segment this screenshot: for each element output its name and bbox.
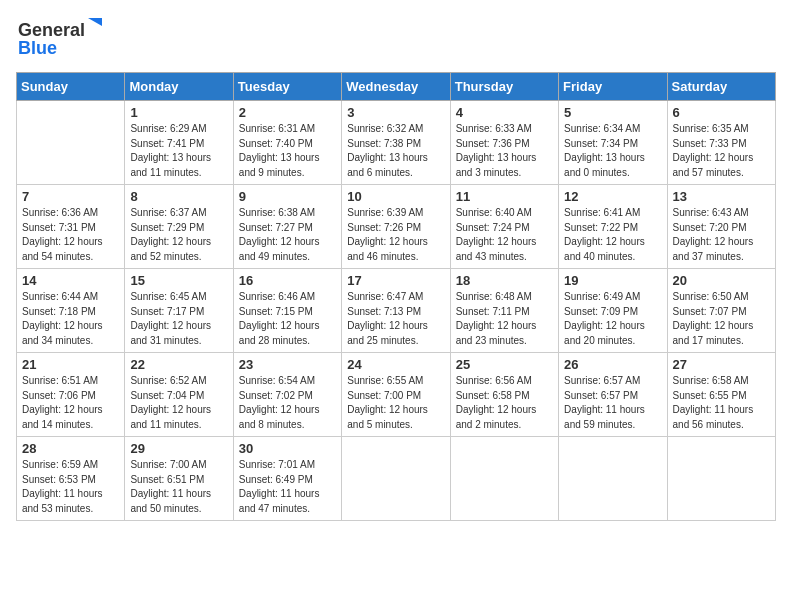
day-number: 28: [22, 441, 119, 456]
svg-marker-1: [88, 18, 102, 26]
calendar-cell: 7 Sunrise: 6:36 AMSunset: 7:31 PMDayligh…: [17, 185, 125, 269]
calendar-cell: 5 Sunrise: 6:34 AMSunset: 7:34 PMDayligh…: [559, 101, 667, 185]
calendar-cell: 9 Sunrise: 6:38 AMSunset: 7:27 PMDayligh…: [233, 185, 341, 269]
calendar-cell: 17 Sunrise: 6:47 AMSunset: 7:13 PMDaylig…: [342, 269, 450, 353]
day-number: 20: [673, 273, 770, 288]
cell-info: Sunrise: 6:57 AMSunset: 6:57 PMDaylight:…: [564, 374, 661, 432]
calendar-cell: 10 Sunrise: 6:39 AMSunset: 7:26 PMDaylig…: [342, 185, 450, 269]
day-number: 4: [456, 105, 553, 120]
cell-info: Sunrise: 6:51 AMSunset: 7:06 PMDaylight:…: [22, 374, 119, 432]
week-row-5: 28 Sunrise: 6:59 AMSunset: 6:53 PMDaylig…: [17, 437, 776, 521]
calendar-cell: 2 Sunrise: 6:31 AMSunset: 7:40 PMDayligh…: [233, 101, 341, 185]
cell-info: Sunrise: 6:56 AMSunset: 6:58 PMDaylight:…: [456, 374, 553, 432]
cell-info: Sunrise: 6:54 AMSunset: 7:02 PMDaylight:…: [239, 374, 336, 432]
weekday-header-saturday: Saturday: [667, 73, 775, 101]
calendar-cell: 28 Sunrise: 6:59 AMSunset: 6:53 PMDaylig…: [17, 437, 125, 521]
cell-info: Sunrise: 6:44 AMSunset: 7:18 PMDaylight:…: [22, 290, 119, 348]
day-number: 7: [22, 189, 119, 204]
cell-info: Sunrise: 6:43 AMSunset: 7:20 PMDaylight:…: [673, 206, 770, 264]
cell-info: Sunrise: 6:37 AMSunset: 7:29 PMDaylight:…: [130, 206, 227, 264]
day-number: 22: [130, 357, 227, 372]
day-number: 26: [564, 357, 661, 372]
calendar-cell: [450, 437, 558, 521]
weekday-header-wednesday: Wednesday: [342, 73, 450, 101]
cell-info: Sunrise: 6:32 AMSunset: 7:38 PMDaylight:…: [347, 122, 444, 180]
day-number: 21: [22, 357, 119, 372]
cell-info: Sunrise: 6:49 AMSunset: 7:09 PMDaylight:…: [564, 290, 661, 348]
calendar-cell: 6 Sunrise: 6:35 AMSunset: 7:33 PMDayligh…: [667, 101, 775, 185]
day-number: 14: [22, 273, 119, 288]
logo-svg: General Blue: [16, 16, 106, 60]
day-number: 10: [347, 189, 444, 204]
calendar-cell: [342, 437, 450, 521]
calendar-cell: 18 Sunrise: 6:48 AMSunset: 7:11 PMDaylig…: [450, 269, 558, 353]
calendar-cell: 23 Sunrise: 6:54 AMSunset: 7:02 PMDaylig…: [233, 353, 341, 437]
cell-info: Sunrise: 6:50 AMSunset: 7:07 PMDaylight:…: [673, 290, 770, 348]
cell-info: Sunrise: 6:36 AMSunset: 7:31 PMDaylight:…: [22, 206, 119, 264]
weekday-header-monday: Monday: [125, 73, 233, 101]
calendar-cell: 11 Sunrise: 6:40 AMSunset: 7:24 PMDaylig…: [450, 185, 558, 269]
calendar-cell: 22 Sunrise: 6:52 AMSunset: 7:04 PMDaylig…: [125, 353, 233, 437]
calendar-cell: 4 Sunrise: 6:33 AMSunset: 7:36 PMDayligh…: [450, 101, 558, 185]
logo: General Blue: [16, 16, 106, 60]
calendar-cell: 15 Sunrise: 6:45 AMSunset: 7:17 PMDaylig…: [125, 269, 233, 353]
day-number: 8: [130, 189, 227, 204]
calendar-cell: [667, 437, 775, 521]
cell-info: Sunrise: 6:35 AMSunset: 7:33 PMDaylight:…: [673, 122, 770, 180]
day-number: 24: [347, 357, 444, 372]
cell-info: Sunrise: 6:55 AMSunset: 7:00 PMDaylight:…: [347, 374, 444, 432]
calendar-table: SundayMondayTuesdayWednesdayThursdayFrid…: [16, 72, 776, 521]
calendar-cell: [559, 437, 667, 521]
day-number: 25: [456, 357, 553, 372]
calendar-cell: 30 Sunrise: 7:01 AMSunset: 6:49 PMDaylig…: [233, 437, 341, 521]
cell-info: Sunrise: 6:58 AMSunset: 6:55 PMDaylight:…: [673, 374, 770, 432]
day-number: 29: [130, 441, 227, 456]
day-number: 18: [456, 273, 553, 288]
weekday-header-friday: Friday: [559, 73, 667, 101]
cell-info: Sunrise: 6:46 AMSunset: 7:15 PMDaylight:…: [239, 290, 336, 348]
svg-text:Blue: Blue: [18, 38, 57, 58]
day-number: 17: [347, 273, 444, 288]
cell-info: Sunrise: 6:40 AMSunset: 7:24 PMDaylight:…: [456, 206, 553, 264]
day-number: 3: [347, 105, 444, 120]
page-header: General Blue: [16, 16, 776, 60]
day-number: 1: [130, 105, 227, 120]
day-number: 27: [673, 357, 770, 372]
day-number: 15: [130, 273, 227, 288]
cell-info: Sunrise: 6:29 AMSunset: 7:41 PMDaylight:…: [130, 122, 227, 180]
cell-info: Sunrise: 6:34 AMSunset: 7:34 PMDaylight:…: [564, 122, 661, 180]
cell-info: Sunrise: 6:48 AMSunset: 7:11 PMDaylight:…: [456, 290, 553, 348]
calendar-cell: 12 Sunrise: 6:41 AMSunset: 7:22 PMDaylig…: [559, 185, 667, 269]
cell-info: Sunrise: 6:33 AMSunset: 7:36 PMDaylight:…: [456, 122, 553, 180]
week-row-3: 14 Sunrise: 6:44 AMSunset: 7:18 PMDaylig…: [17, 269, 776, 353]
day-number: 16: [239, 273, 336, 288]
cell-info: Sunrise: 6:31 AMSunset: 7:40 PMDaylight:…: [239, 122, 336, 180]
day-number: 23: [239, 357, 336, 372]
calendar-cell: 29 Sunrise: 7:00 AMSunset: 6:51 PMDaylig…: [125, 437, 233, 521]
calendar-cell: 1 Sunrise: 6:29 AMSunset: 7:41 PMDayligh…: [125, 101, 233, 185]
calendar-cell: 16 Sunrise: 6:46 AMSunset: 7:15 PMDaylig…: [233, 269, 341, 353]
weekday-header-thursday: Thursday: [450, 73, 558, 101]
calendar-cell: 21 Sunrise: 6:51 AMSunset: 7:06 PMDaylig…: [17, 353, 125, 437]
cell-info: Sunrise: 6:52 AMSunset: 7:04 PMDaylight:…: [130, 374, 227, 432]
weekday-header-tuesday: Tuesday: [233, 73, 341, 101]
week-row-1: 1 Sunrise: 6:29 AMSunset: 7:41 PMDayligh…: [17, 101, 776, 185]
calendar-cell: 25 Sunrise: 6:56 AMSunset: 6:58 PMDaylig…: [450, 353, 558, 437]
day-number: 30: [239, 441, 336, 456]
cell-info: Sunrise: 6:38 AMSunset: 7:27 PMDaylight:…: [239, 206, 336, 264]
weekday-header-row: SundayMondayTuesdayWednesdayThursdayFrid…: [17, 73, 776, 101]
calendar-cell: 13 Sunrise: 6:43 AMSunset: 7:20 PMDaylig…: [667, 185, 775, 269]
calendar-cell: 20 Sunrise: 6:50 AMSunset: 7:07 PMDaylig…: [667, 269, 775, 353]
cell-info: Sunrise: 6:47 AMSunset: 7:13 PMDaylight:…: [347, 290, 444, 348]
calendar-cell: 19 Sunrise: 6:49 AMSunset: 7:09 PMDaylig…: [559, 269, 667, 353]
calendar-cell: 14 Sunrise: 6:44 AMSunset: 7:18 PMDaylig…: [17, 269, 125, 353]
calendar-cell: [17, 101, 125, 185]
day-number: 5: [564, 105, 661, 120]
week-row-4: 21 Sunrise: 6:51 AMSunset: 7:06 PMDaylig…: [17, 353, 776, 437]
cell-info: Sunrise: 7:00 AMSunset: 6:51 PMDaylight:…: [130, 458, 227, 516]
day-number: 13: [673, 189, 770, 204]
calendar-cell: 3 Sunrise: 6:32 AMSunset: 7:38 PMDayligh…: [342, 101, 450, 185]
cell-info: Sunrise: 6:59 AMSunset: 6:53 PMDaylight:…: [22, 458, 119, 516]
calendar-cell: 27 Sunrise: 6:58 AMSunset: 6:55 PMDaylig…: [667, 353, 775, 437]
day-number: 9: [239, 189, 336, 204]
